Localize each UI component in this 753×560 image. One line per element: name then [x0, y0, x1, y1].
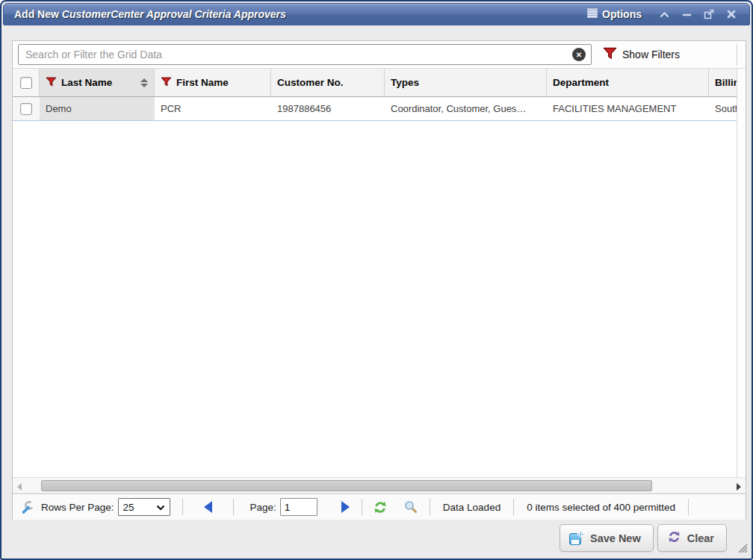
page-label: Page: — [250, 502, 276, 513]
scroll-left-icon[interactable] — [17, 483, 22, 491]
cell-first-name: PCR — [155, 97, 271, 120]
titlebar: Add New CustomerCenter Approval Criteria… — [3, 3, 750, 25]
options-grid-icon — [587, 7, 598, 21]
divider — [233, 499, 234, 515]
grid-header: Last Name First Name Customer No. Types … — [13, 69, 737, 97]
select-all-checkbox[interactable] — [20, 77, 32, 89]
filter-funnel-icon — [603, 47, 617, 63]
row-checkbox[interactable] — [20, 103, 32, 115]
column-header-billing[interactable]: Billing — [709, 69, 737, 96]
status-text: Data Loaded — [443, 502, 501, 513]
scrollbar-thumb[interactable] — [41, 480, 652, 491]
dialog-title: Add New CustomerCenter Approval Criteria… — [14, 8, 286, 20]
previous-page-button[interactable] — [204, 501, 212, 513]
close-button[interactable] — [725, 9, 737, 19]
search-input[interactable] — [18, 44, 592, 65]
horizontal-scrollbar[interactable] — [13, 477, 746, 494]
rows-per-page-select[interactable]: 25 — [118, 498, 170, 516]
rows-per-page-label: Rows Per Page: — [41, 502, 114, 513]
vertical-scrollbar[interactable] — [737, 69, 746, 477]
magnifier-icon[interactable] — [404, 500, 418, 514]
resize-grip[interactable] — [736, 541, 748, 556]
save-icon — [569, 531, 584, 546]
divider — [362, 499, 362, 515]
divider — [182, 499, 183, 515]
rows-per-page-value: 25 — [123, 502, 156, 513]
grid-footer: Rows Per Page: 25 Page: Data Loaded 0 it… — [13, 494, 746, 520]
save-new-button[interactable]: Save New — [560, 524, 654, 552]
chevron-up-icon — [660, 11, 669, 18]
popout-button[interactable] — [703, 9, 715, 19]
divider — [513, 499, 514, 515]
cell-department: FACILITIES MANAGEMENT — [547, 97, 709, 120]
column-label: Billing — [715, 77, 737, 88]
column-header-first-name[interactable]: First Name — [155, 69, 271, 96]
page-number-input[interactable] — [280, 498, 317, 516]
clear-refresh-icon — [667, 530, 681, 547]
cell-customer-no: 1987886456 — [271, 97, 385, 120]
cell-types: Coordinator, Customer, Gues… — [385, 97, 547, 120]
column-label: Types — [391, 77, 419, 88]
sort-arrows-icon[interactable] — [140, 78, 148, 87]
divider — [430, 499, 430, 515]
cell-last-name: Demo — [40, 97, 155, 120]
column-header-last-name[interactable]: Last Name — [40, 69, 155, 96]
grid-panel: ✕ Show Filters Last Name First Name — [12, 40, 746, 520]
divider — [737, 44, 737, 66]
table-row[interactable]: Demo PCR 1987886456 Coordinator, Custome… — [13, 97, 737, 121]
minimize-button[interactable] — [681, 9, 692, 19]
settings-wrench-icon[interactable] — [20, 500, 34, 514]
select-all-header-cell — [13, 69, 40, 96]
dialog-title-emphasis: CustomerCenter Approval Criteria Approve… — [62, 8, 286, 20]
minimize-icon — [682, 11, 692, 18]
next-page-button[interactable] — [341, 501, 350, 513]
column-label: First Name — [176, 77, 229, 88]
action-bar: Save New Clear — [560, 524, 727, 552]
save-new-label: Save New — [590, 532, 641, 544]
filter-funnel-icon — [161, 76, 172, 90]
filter-funnel-icon — [46, 76, 57, 90]
column-label: Department — [553, 77, 609, 88]
column-header-customer-no[interactable]: Customer No. — [271, 69, 385, 96]
refresh-icon[interactable] — [373, 500, 388, 514]
chevron-down-icon — [156, 502, 165, 513]
cell-billing: South — [709, 97, 737, 120]
close-icon — [727, 10, 736, 19]
show-filters-button[interactable]: Show Filters — [603, 45, 680, 64]
clear-search-icon[interactable]: ✕ — [572, 48, 586, 61]
divider — [688, 499, 689, 515]
dialog-window: Add New CustomerCenter Approval Criteria… — [0, 0, 753, 560]
column-label: Customer No. — [277, 77, 344, 88]
column-label: Last Name — [61, 77, 112, 88]
search-row: ✕ Show Filters — [13, 41, 746, 69]
scroll-right-icon[interactable] — [737, 483, 741, 491]
popout-icon — [704, 9, 714, 19]
options-button[interactable]: Options — [587, 7, 642, 21]
row-checkbox-cell — [13, 97, 40, 120]
clear-label: Clear — [687, 532, 714, 544]
show-filters-label: Show Filters — [622, 49, 680, 60]
clear-button[interactable]: Clear — [657, 524, 727, 552]
collapse-button[interactable] — [658, 9, 670, 19]
column-header-department[interactable]: Department — [547, 69, 709, 96]
column-header-types[interactable]: Types — [385, 69, 547, 96]
options-label: Options — [602, 8, 642, 20]
selection-count-text: 0 items selected of 400 permitted — [527, 502, 675, 513]
